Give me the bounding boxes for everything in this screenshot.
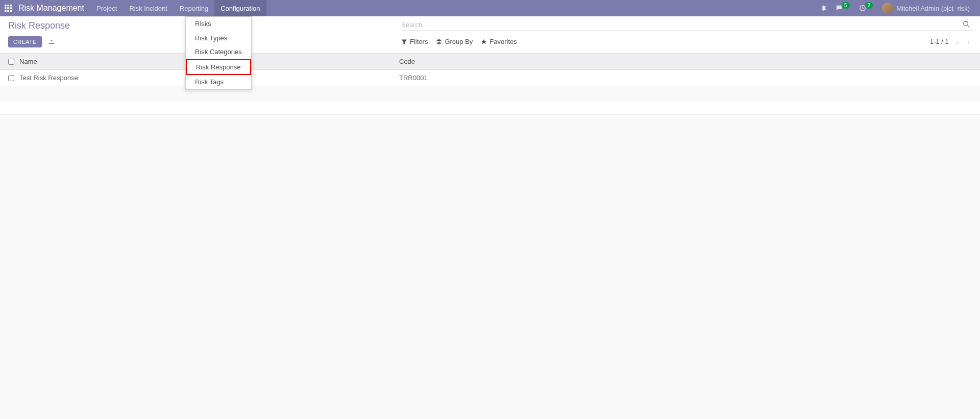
svg-rect-1 bbox=[7, 5, 9, 7]
discuss-badge: 5 bbox=[842, 2, 850, 9]
nav-reporting[interactable]: Reporting bbox=[174, 0, 214, 16]
dropdown-risk-tags[interactable]: Risk Tags bbox=[186, 75, 251, 89]
dropdown-risk-response[interactable]: Risk Response bbox=[186, 59, 251, 76]
svg-rect-4 bbox=[7, 7, 9, 9]
pager-text[interactable]: 1-1 / 1 bbox=[930, 38, 949, 45]
row-checkbox[interactable] bbox=[8, 75, 14, 81]
dropdown-risks[interactable]: Risks bbox=[186, 17, 251, 31]
nav-project[interactable]: Project bbox=[90, 0, 123, 16]
groupby-label: Group By bbox=[445, 38, 473, 45]
dropdown-risk-categories[interactable]: Risk Categories bbox=[186, 45, 251, 59]
favorites-button[interactable]: Favorites bbox=[481, 38, 517, 45]
debug-icon[interactable] bbox=[816, 0, 831, 16]
discuss-icon[interactable]: 5 bbox=[831, 0, 855, 16]
search-input[interactable] bbox=[401, 21, 961, 29]
pager-next[interactable]: › bbox=[965, 38, 972, 46]
search-icon[interactable] bbox=[961, 20, 972, 29]
row-code: TRR0001 bbox=[399, 74, 972, 82]
svg-rect-3 bbox=[5, 7, 7, 9]
activity-badge: 2 bbox=[865, 2, 873, 9]
filter-icon bbox=[401, 39, 407, 45]
svg-rect-5 bbox=[10, 7, 12, 9]
brand-title[interactable]: Risk Management bbox=[16, 4, 90, 13]
import-button[interactable] bbox=[46, 35, 57, 48]
user-menu[interactable]: Mitchell Admin (pjct_risk) bbox=[878, 0, 980, 16]
apps-icon[interactable] bbox=[0, 0, 16, 16]
svg-point-10 bbox=[964, 21, 968, 26]
select-all-checkbox[interactable] bbox=[8, 59, 14, 65]
activity-icon[interactable]: 2 bbox=[855, 0, 878, 16]
svg-rect-6 bbox=[5, 10, 7, 12]
user-name: Mitchell Admin (pjct_risk) bbox=[896, 5, 976, 12]
svg-rect-2 bbox=[10, 5, 12, 7]
avatar bbox=[882, 3, 893, 14]
groupby-button[interactable]: Group By bbox=[436, 38, 473, 45]
favorites-label: Favorites bbox=[489, 38, 517, 45]
star-icon bbox=[481, 39, 487, 45]
svg-rect-8 bbox=[10, 10, 12, 12]
nav-configuration[interactable]: Configuration bbox=[214, 0, 266, 16]
layers-icon bbox=[436, 39, 442, 45]
pager-prev[interactable]: ‹ bbox=[954, 38, 961, 46]
empty-bar bbox=[0, 101, 980, 115]
header-code[interactable]: Code bbox=[399, 58, 972, 65]
table-row[interactable]: Test Risk Response TRR0001 bbox=[0, 70, 980, 86]
configuration-dropdown: Risks Risk Types Risk Categories Risk Re… bbox=[185, 16, 252, 90]
nav-risk-incident[interactable]: Risk Incident bbox=[123, 0, 173, 16]
svg-rect-7 bbox=[7, 10, 9, 12]
create-button[interactable]: CREATE bbox=[8, 36, 42, 47]
filters-button[interactable]: Filters bbox=[401, 38, 428, 45]
svg-rect-0 bbox=[5, 5, 7, 7]
filters-label: Filters bbox=[410, 38, 428, 45]
dropdown-risk-types[interactable]: Risk Types bbox=[186, 31, 251, 45]
